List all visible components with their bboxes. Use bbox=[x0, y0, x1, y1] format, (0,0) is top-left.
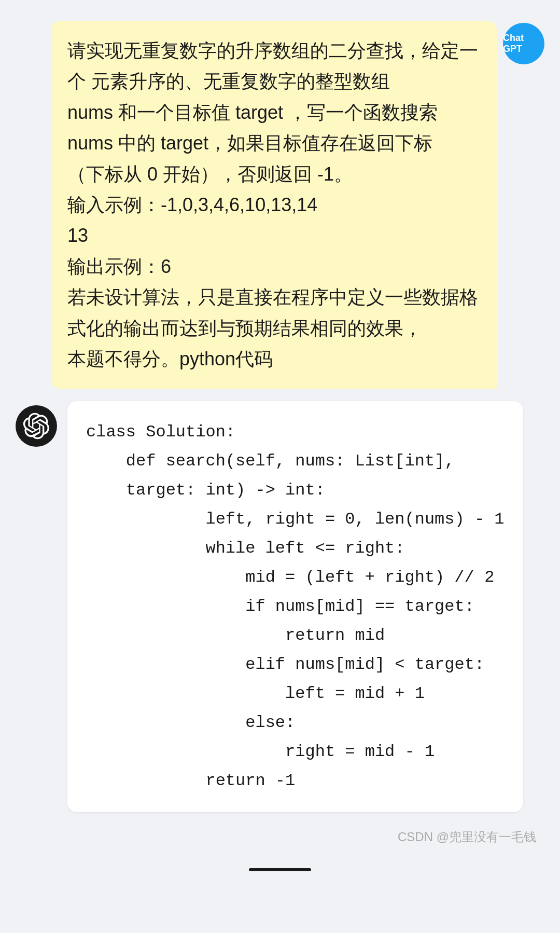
bottom-navigation-bar bbox=[249, 868, 311, 871]
code-block: class Solution: def search(self, nums: L… bbox=[86, 418, 505, 795]
openai-logo-icon bbox=[23, 413, 50, 440]
ai-message-row: class Solution: def search(self, nums: L… bbox=[16, 401, 544, 812]
ai-bubble: class Solution: def search(self, nums: L… bbox=[67, 401, 523, 812]
openai-avatar bbox=[16, 405, 57, 447]
user-message-row: 请实现无重复数字的升序数组的二分查找，给定一个 元素升序的、无重复数字的整型数组… bbox=[16, 21, 544, 389]
watermark: CSDN @兜里没有一毛钱 bbox=[398, 829, 544, 845]
chatgpt-avatar-label: Chat GPT bbox=[503, 33, 544, 54]
chatgpt-avatar: Chat GPT bbox=[503, 23, 544, 64]
chat-container: 请实现无重复数字的升序数组的二分查找，给定一个 元素升序的、无重复数字的整型数组… bbox=[16, 21, 544, 871]
watermark-text: CSDN @兜里没有一毛钱 bbox=[398, 830, 536, 844]
user-bubble: 请实现无重复数字的升序数组的二分查找，给定一个 元素升序的、无重复数字的整型数组… bbox=[51, 21, 497, 389]
user-message-text: 请实现无重复数字的升序数组的二分查找，给定一个 元素升序的、无重复数字的整型数组… bbox=[67, 40, 478, 369]
